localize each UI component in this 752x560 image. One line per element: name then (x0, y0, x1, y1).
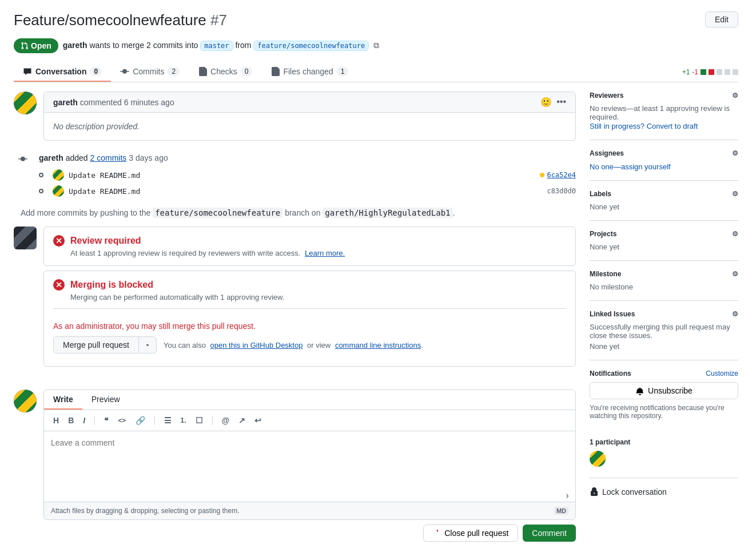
commenter-avatar (14, 92, 37, 114)
commits-action: added (66, 153, 88, 162)
status-boxes: ✕ Review required At least 1 approving r… (43, 227, 576, 367)
merging-blocked-desc-text: Merging can be performed automatically w… (70, 293, 284, 301)
comment-author: gareth (53, 98, 78, 107)
comment-editor-wrapper: Write Preview H B I ❝ <> 🔗 ☰ 1. (14, 390, 576, 520)
merge-pull-request-button[interactable]: Merge pull request (53, 336, 139, 354)
tab-commits-label: Commits (133, 67, 164, 76)
merge-btn-group: Merge pull request (53, 336, 157, 354)
commit-sha-link-2[interactable]: c83d0d0 (547, 187, 576, 195)
toolbar-ref-button[interactable]: ↗ (236, 415, 248, 426)
from-text: from (235, 41, 251, 50)
pr-number: #7 (210, 11, 227, 29)
participant-avatar-1 (590, 451, 606, 467)
comment-body: No description provided. (44, 113, 575, 140)
milestone-gear-icon[interactable]: ⚙ (732, 270, 738, 278)
notifications-customize-link[interactable]: Customize (706, 370, 738, 378)
toolbar-task-button[interactable]: ☐ (193, 415, 205, 426)
diff-plus: +1 (682, 68, 690, 76)
commit-sha-link-1[interactable]: 6ca52e4 (547, 171, 576, 179)
lock-conversation-label: Lock conversation (602, 487, 667, 497)
base-branch-tag: master (200, 41, 233, 51)
pr-author: gareth (63, 41, 87, 50)
toolbar-divider-2 (154, 416, 155, 425)
projects-text: None yet (590, 243, 738, 251)
projects-gear-icon[interactable]: ⚙ (732, 230, 738, 238)
timeline-commits-added: gareth added 2 commits 3 days ago Update… (14, 150, 576, 199)
merging-blocked-box: ✕ Merging is blocked Merging can be perf… (43, 271, 576, 367)
markdown-icon: MD (554, 507, 568, 515)
info-branch: feature/somecoolnewfeature (153, 208, 283, 218)
diff-block-green (701, 69, 706, 75)
toolbar-mention-button[interactable]: @ (220, 415, 232, 426)
comment-textarea[interactable] (44, 431, 575, 488)
editor-resize-handle[interactable] (44, 490, 575, 502)
milestone-label: Milestone (590, 270, 621, 278)
comment-wrapper: gareth commented 6 minutes ago 🙂 ••• No … (14, 92, 576, 141)
close-pr-button[interactable]: Close pull request (423, 525, 518, 542)
also-text: You can also open this in GitHub Desktop… (164, 341, 423, 349)
reviewers-gear-icon[interactable]: ⚙ (732, 92, 738, 100)
copy-icon[interactable]: ⧉ (373, 41, 379, 50)
sidebar-reviewers-title: Reviewers ⚙ (590, 92, 738, 100)
merging-blocked-title: Merging is blocked (70, 280, 153, 290)
commit-item-1: Update README.md 6ca52e4 (39, 167, 576, 183)
toolbar-italic-button[interactable]: I (81, 415, 87, 426)
commit-avatar-1 (53, 169, 64, 181)
sidebar-participants: 1 participant (590, 429, 738, 478)
review-required-desc-text: At least 1 approving review is required … (70, 249, 300, 257)
open-github-desktop-link[interactable]: open this in GitHub Desktop (210, 341, 303, 349)
lock-conversation-button[interactable]: Lock conversation (590, 487, 738, 497)
notifications-desc: You're receiving notifications because y… (590, 404, 738, 420)
comment-author-time: gareth commented 6 minutes ago (53, 98, 174, 107)
admin-section: As an administrator, you may still merge… (53, 308, 566, 358)
learn-more-link[interactable]: Learn more. (305, 249, 345, 257)
unsubscribe-button[interactable]: Unsubscribe (590, 382, 738, 399)
command-line-link[interactable]: command line instructions (335, 341, 421, 349)
assignees-gear-icon[interactable]: ⚙ (732, 149, 738, 157)
toolbar-link-button[interactable]: 🔗 (133, 415, 148, 426)
labels-gear-icon[interactable]: ⚙ (732, 190, 738, 198)
reviewers-label: Reviewers (590, 92, 623, 100)
more-options-button[interactable]: ••• (556, 97, 566, 108)
merge-or-text: or view (307, 341, 331, 349)
toolbar-quote-button[interactable]: ❝ (102, 415, 111, 426)
commits-count-link[interactable]: 2 commits (90, 153, 127, 162)
tab-files-changed[interactable]: Files changed 1 (261, 62, 357, 82)
assignees-text[interactable]: No one—assign yourself (590, 162, 671, 171)
toolbar-ol-button[interactable]: 1. (178, 415, 189, 426)
editor-tab-write[interactable]: Write (44, 390, 82, 410)
tab-conversation[interactable]: Conversation 0 (14, 62, 111, 82)
toolbar-reply-button[interactable]: ↩ (252, 415, 264, 426)
tab-checks-count: 0 (241, 67, 253, 76)
commits-time: 3 days ago (129, 153, 168, 162)
toolbar-h-button[interactable]: H (51, 415, 61, 426)
diff-block-gray-2 (725, 69, 730, 75)
head-branch-tag: feature/somecoolnewfeature (253, 41, 369, 51)
convert-draft-link[interactable]: Still in progress? Convert to draft (590, 122, 698, 130)
comment-header: gareth commented 6 minutes ago 🙂 ••• (44, 92, 575, 113)
sidebar-reviewers: Reviewers ⚙ No reviews—at least 1 approv… (590, 92, 738, 140)
toolbar-bold-button[interactable]: B (66, 415, 76, 426)
tab-commits[interactable]: Commits 2 (111, 62, 189, 82)
projects-label: Projects (590, 230, 616, 238)
sidebar-linked-issues-title: Linked issues ⚙ (590, 310, 738, 318)
toolbar-code-button[interactable]: <> (116, 415, 128, 426)
comment-submit-button[interactable]: Comment (523, 525, 576, 542)
pr-meta: gareth wants to merge 2 commits into mas… (63, 41, 379, 51)
tab-checks[interactable]: Checks 0 (189, 62, 261, 82)
tab-conversation-label: Conversation (35, 67, 86, 76)
merge-dropdown-arrow[interactable] (139, 336, 157, 354)
editor-tabs: Write Preview (44, 390, 575, 410)
toolbar-ul-button[interactable]: ☰ (162, 415, 174, 426)
edit-button[interactable]: Edit (705, 11, 738, 27)
merge-btn-area: Merge pull request You can also open thi… (53, 336, 566, 358)
emoji-reaction-button[interactable]: 🙂 (540, 97, 552, 108)
review-required-header: ✕ Review required (53, 235, 566, 247)
tab-commits-count: 2 (168, 67, 180, 76)
tab-files-changed-label: Files changed (283, 67, 333, 76)
editor-tab-preview[interactable]: Preview (82, 390, 129, 410)
linked-issues-gear-icon[interactable]: ⚙ (732, 310, 738, 318)
merging-blocked-icon: ✕ (53, 279, 65, 291)
merge-also-text: You can also (164, 341, 206, 349)
merging-blocked-desc: Merging can be performed automatically w… (70, 293, 566, 301)
